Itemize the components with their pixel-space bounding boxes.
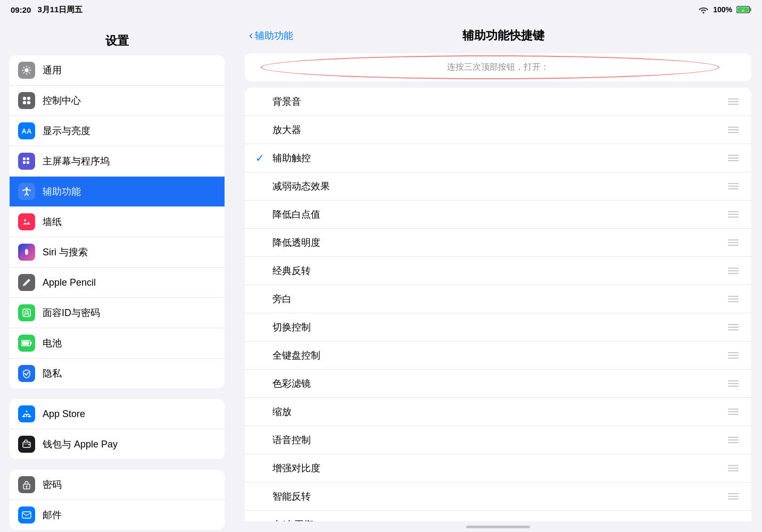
label-voiceover: 旁白	[272, 293, 726, 305]
password-label: 密码	[43, 478, 62, 491]
control-center-icon	[18, 92, 35, 109]
sidebar-item-appstore[interactable]: App Store	[10, 399, 225, 429]
sidebar-item-battery[interactable]: 电池	[10, 328, 225, 359]
appstore-icon	[18, 405, 35, 422]
list-item-increase-contrast[interactable]: 增强对比度	[245, 454, 751, 483]
drag-handle-reduce-motion[interactable]	[726, 182, 741, 190]
control-center-label: 控制中心	[43, 94, 81, 107]
mail-icon	[18, 506, 35, 523]
sidebar-section-3: 密码 邮件	[10, 470, 225, 530]
svg-rect-21	[22, 342, 29, 345]
label-full-keyboard: 全键盘控制	[272, 349, 726, 362]
privacy-icon	[18, 365, 35, 382]
svg-rect-13	[23, 161, 26, 164]
drag-handle-reduce-white-point[interactable]	[726, 210, 741, 219]
list-item-smart-invert[interactable]: 智能反转	[245, 483, 751, 511]
homescreen-label: 主屏幕与程序坞	[43, 155, 110, 168]
sidebar-item-wallet[interactable]: 钱包与 Apple Pay	[10, 429, 225, 459]
svg-rect-2	[750, 8, 752, 11]
hint-text: 连按三次顶部按钮，打开：	[255, 62, 741, 73]
list-item-zoom[interactable]: 缩放	[245, 398, 751, 426]
svg-rect-9	[23, 101, 26, 104]
sidebar-item-general[interactable]: 通用	[10, 55, 225, 86]
sidebar-item-wallpaper[interactable]: 墙纸	[10, 207, 225, 237]
time: 09:20	[11, 5, 31, 14]
sidebar: 设置 通用 控制中心	[0, 19, 234, 532]
drag-handle-voice-control[interactable]	[726, 436, 741, 444]
list-item-magnifier[interactable]: 放大器	[245, 116, 751, 144]
label-reduce-white-point: 降低白点值	[272, 208, 726, 221]
svg-rect-7	[23, 97, 26, 100]
label-color-filters: 色彩滤镜	[272, 377, 726, 390]
wallet-label: 钱包与 Apple Pay	[43, 438, 118, 451]
label-reduce-motion: 减弱动态效果	[272, 180, 726, 193]
svg-point-15	[26, 187, 28, 189]
content-header: ‹ 辅助功能 辅助功能快捷键	[234, 19, 762, 48]
home-indicator	[234, 521, 762, 532]
faceid-icon	[18, 304, 35, 321]
shortcuts-list: 背景音 放大器 ✓ 辅助触控	[245, 88, 751, 521]
label-voice-control: 语音控制	[272, 434, 726, 446]
appstore-label: App Store	[43, 409, 85, 420]
sidebar-item-password[interactable]: 密码	[10, 470, 225, 500]
list-item-reduce-motion[interactable]: 减弱动态效果	[245, 172, 751, 201]
sidebar-item-pencil[interactable]: Apple Pencil	[10, 268, 225, 298]
list-item-classic-invert[interactable]: 经典反转	[245, 257, 751, 285]
status-left: 09:20 3月11日周五	[11, 5, 82, 15]
list-item-full-keyboard[interactable]: 全键盘控制	[245, 342, 751, 370]
wifi-icon	[698, 6, 709, 13]
drag-handle-switch-control[interactable]	[726, 323, 741, 331]
label-smart-invert: 智能反转	[272, 490, 726, 503]
sidebar-title: 设置	[0, 24, 234, 55]
battery-icon	[18, 335, 35, 352]
list-item-voice-control[interactable]: 语音控制	[245, 426, 751, 454]
sidebar-item-homescreen[interactable]: 主屏幕与程序坞	[10, 146, 225, 177]
list-item-left-right-balance[interactable]: 左/右平衡	[245, 511, 751, 521]
sidebar-item-privacy[interactable]: 隐私	[10, 359, 225, 388]
svg-rect-8	[27, 97, 30, 100]
svg-rect-12	[27, 157, 29, 160]
date: 3月11日周五	[37, 5, 82, 15]
drag-handle-color-filters[interactable]	[726, 379, 741, 388]
svg-point-0	[703, 12, 705, 14]
status-bar: 09:20 3月11日周五 100% ⚡	[0, 0, 762, 19]
sidebar-item-faceid[interactable]: 面容ID与密码	[10, 298, 225, 328]
drag-handle-increase-contrast[interactable]	[726, 464, 741, 472]
list-item-voiceover[interactable]: 旁白	[245, 285, 751, 313]
sidebar-item-display[interactable]: AA 显示与亮度	[10, 116, 225, 146]
drag-handle-magnifier[interactable]	[726, 126, 741, 134]
drag-handle-full-keyboard[interactable]	[726, 351, 741, 360]
display-icon: AA	[18, 122, 35, 139]
drag-handle-smart-invert[interactable]	[726, 492, 741, 501]
drag-handle-voiceover[interactable]	[726, 295, 741, 303]
svg-rect-14	[27, 161, 29, 164]
svg-rect-20	[31, 342, 32, 345]
sidebar-item-control-center[interactable]: 控制中心	[10, 86, 225, 116]
drag-handle-zoom[interactable]	[726, 408, 741, 416]
svg-rect-17	[23, 309, 30, 317]
sidebar-section-2: App Store 钱包与 Apple Pay	[10, 399, 225, 459]
drag-handle-assistive-touch[interactable]	[726, 154, 741, 162]
battery-text: 100%	[713, 5, 732, 14]
battery-icon: ⚡	[736, 6, 751, 13]
drag-handle-reduce-transparency[interactable]	[726, 238, 741, 247]
list-item-background-sound[interactable]: 背景音	[245, 88, 751, 116]
back-button[interactable]: ‹ 辅助功能	[249, 29, 293, 43]
list-item-switch-control[interactable]: 切换控制	[245, 313, 751, 342]
list-item-assistive-touch[interactable]: ✓ 辅助触控	[245, 144, 751, 172]
label-switch-control: 切换控制	[272, 321, 726, 334]
sidebar-item-siri[interactable]: Siri 与搜索	[10, 237, 225, 268]
sidebar-item-accessibility[interactable]: 辅助功能	[10, 177, 225, 207]
display-label: 显示与亮度	[43, 124, 90, 137]
drag-handle-background-sound[interactable]	[726, 97, 741, 106]
siri-label: Siri 与搜索	[43, 246, 88, 259]
back-label: 辅助功能	[255, 29, 293, 42]
drag-handle-classic-invert[interactable]	[726, 267, 741, 275]
homescreen-icon	[18, 153, 35, 170]
list-item-reduce-transparency[interactable]: 降低透明度	[245, 229, 751, 257]
sidebar-item-mail[interactable]: 邮件	[10, 500, 225, 530]
list-item-reduce-white-point[interactable]: 降低白点值	[245, 201, 751, 229]
wallpaper-icon	[18, 213, 35, 230]
svg-rect-10	[27, 101, 30, 104]
list-item-color-filters[interactable]: 色彩滤镜	[245, 370, 751, 398]
